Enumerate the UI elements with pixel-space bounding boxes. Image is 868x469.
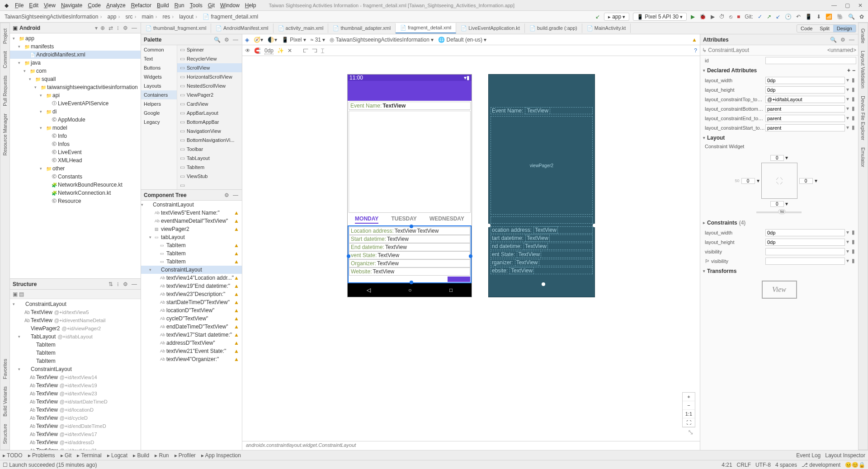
- gutter-build-variants[interactable]: Build Variants: [1, 383, 9, 420]
- menu-code[interactable]: Code: [85, 1, 104, 9]
- tab-tuesday[interactable]: TUESDAY: [392, 216, 417, 224]
- editor-tab[interactable]: 📄 activity_main.xml: [274, 23, 329, 33]
- structure-item[interactable]: ▾ConstraintLayout: [10, 300, 141, 308]
- select-opened-icon[interactable]: ⊕: [99, 25, 106, 31]
- wifi-icon[interactable]: 📶: [824, 13, 834, 21]
- run-config-dropdown[interactable]: ▸ app ▾: [604, 13, 629, 21]
- project-item[interactable]: 📄AndroidManifest.xml: [10, 51, 141, 59]
- locale-label[interactable]: Default (en-us): [447, 37, 482, 43]
- structure-item[interactable]: ViewPager2@+id/viewPager2: [10, 324, 141, 333]
- breadcrumb[interactable]: res: [160, 13, 177, 21]
- bottom-tool-terminal[interactable]: ▸ Terminal: [77, 452, 101, 459]
- component-item[interactable]: AbtextView4"Organizer:"▲: [141, 355, 242, 363]
- attr-value-input[interactable]: [765, 239, 845, 246]
- menu-file[interactable]: File: [12, 1, 26, 9]
- component-item[interactable]: ▾ConstraintLayout: [141, 201, 242, 209]
- breadcrumb[interactable]: src: [123, 13, 139, 21]
- attr-value-input[interactable]: [765, 248, 845, 255]
- project-item[interactable]: ⒸInfos: [10, 140, 141, 148]
- structure-item[interactable]: AbTextView@+id/cycleD: [10, 414, 141, 422]
- project-item[interactable]: 🧩NetworkConnection.kt: [10, 189, 141, 197]
- component-item[interactable]: AbtextView14"Location addr..."▲: [141, 274, 242, 282]
- attr-value-input[interactable]: [765, 258, 845, 265]
- menu-run[interactable]: Run: [172, 1, 187, 9]
- theme-label[interactable]: TaiwanSightseeingActivitiesInformation: [335, 37, 429, 43]
- component-item[interactable]: AbstartDateTimeD"TextView"▲: [141, 298, 242, 306]
- project-item[interactable]: ▾📁other: [10, 164, 141, 173]
- run-button[interactable]: ▶: [689, 13, 697, 21]
- component-item[interactable]: AbtextView23"Description:"▲: [141, 290, 242, 298]
- attr-value-input[interactable]: [765, 105, 845, 113]
- bottom-tool-app-inspection[interactable]: ▸ App Inspection: [201, 452, 241, 459]
- breadcrumb[interactable]: 📄 fragment_detail.xml: [200, 13, 261, 21]
- palette-category[interactable]: Widgets: [141, 72, 177, 81]
- cw-bottom[interactable]: [770, 201, 784, 207]
- component-item[interactable]: AbtextView5"Event Name:"▲: [141, 209, 242, 217]
- design-surface[interactable]: 11:00▾▮ Event Name:TextView MONDAY TUESD…: [242, 56, 700, 441]
- component-item[interactable]: AblocationD"TextView"▲: [141, 306, 242, 314]
- menu-build[interactable]: Build: [154, 1, 172, 9]
- project-tree[interactable]: ▾📁app▾📁manifests📄AndroidManifest.xml▾📁ja…: [10, 33, 141, 278]
- structure-filter-icon[interactable]: ⫶: [116, 281, 120, 287]
- structure-item[interactable]: ▾ConstraintLayout: [10, 365, 141, 373]
- component-item[interactable]: AbtextView17"Start datetime:"▲: [141, 331, 242, 339]
- component-item[interactable]: AbeventNameDetail"TextView"▲: [141, 217, 242, 225]
- structure-tree[interactable]: ▾ConstraintLayoutAbTextView@+id/textView…: [10, 299, 141, 450]
- view-design[interactable]: Design: [833, 25, 856, 32]
- gutter-gradle[interactable]: Gradle: [859, 25, 867, 47]
- magnet-icon[interactable]: 🧲: [254, 47, 261, 54]
- structure-item[interactable]: AbTextView@+id/textView5: [10, 308, 141, 316]
- encoding[interactable]: UTF-8: [755, 462, 771, 468]
- gutter-structure[interactable]: Structure: [1, 420, 9, 448]
- comp-gear-icon[interactable]: ⚙: [223, 192, 230, 198]
- help-icon[interactable]: ?: [694, 47, 697, 54]
- constraints-section-header[interactable]: ▸Constraints (4): [702, 218, 856, 228]
- add-attr-icon[interactable]: +: [847, 67, 850, 74]
- clear-icon[interactable]: ✕: [288, 47, 292, 54]
- structure-item[interactable]: AbTextView@+id/startDateTimeD: [10, 398, 141, 406]
- night-icon[interactable]: 🌓▾: [268, 37, 277, 43]
- sdk-icon[interactable]: ⬇: [815, 13, 823, 21]
- project-item[interactable]: ▾📁app: [10, 34, 141, 42]
- menu-view[interactable]: View: [41, 1, 58, 9]
- close-button[interactable]: ✕: [854, 1, 866, 9]
- cw-top[interactable]: [770, 155, 784, 161]
- structure-item[interactable]: ▾TabLayout@+id/tabLayout: [10, 333, 141, 341]
- breadcrumb[interactable]: layout: [176, 13, 200, 21]
- menu-tools[interactable]: Tools: [187, 1, 205, 9]
- selected-constraint-layout[interactable]: Location address:TextViewTextViewStart d…: [349, 226, 471, 282]
- tab-monday[interactable]: MONDAY: [355, 216, 378, 224]
- structure-item[interactable]: AbTextView@+id/textView14: [10, 373, 141, 381]
- palette-item[interactable]: ▭TabItem: [177, 163, 242, 172]
- attr-gear-icon[interactable]: ⚙: [840, 37, 846, 43]
- line-ending[interactable]: CRLF: [737, 462, 751, 468]
- attr-id-input[interactable]: [765, 57, 856, 64]
- minimize-button[interactable]: —: [828, 1, 840, 9]
- attr-value-input[interactable]: [765, 96, 845, 103]
- component-item[interactable]: AbaddressD"TextView"▲: [141, 339, 242, 347]
- palette-item[interactable]: ▭: [177, 181, 242, 189]
- bottom-tool-logcat[interactable]: ▸ Logcat: [107, 452, 127, 459]
- caret-position[interactable]: 4:21: [722, 462, 732, 468]
- pack-icon[interactable]: ⫎: [312, 47, 317, 54]
- wand-icon[interactable]: ✨: [277, 47, 284, 54]
- structure-item[interactable]: TabItem: [10, 357, 141, 365]
- hide-icon[interactable]: —: [131, 25, 138, 31]
- palette-category[interactable]: Containers: [141, 90, 177, 99]
- palette-item[interactable]: ▭HorizontalScrollView: [177, 72, 242, 81]
- structure-gear-icon[interactable]: ⚙: [122, 281, 129, 287]
- palette-category[interactable]: Helpers: [141, 99, 177, 108]
- menu-edit[interactable]: Edit: [26, 1, 41, 9]
- structure-item[interactable]: AbTextView@+id/textView21: [10, 446, 141, 450]
- menu-navigate[interactable]: Navigate: [58, 1, 85, 9]
- project-item[interactable]: ▾📁com: [10, 67, 141, 75]
- palette-item[interactable]: ▭NestedScrollView: [177, 81, 242, 90]
- palette-item[interactable]: ▭CardView: [177, 99, 242, 108]
- palette-item[interactable]: ▭NavigationView: [177, 127, 242, 136]
- palette-category[interactable]: Common: [141, 45, 177, 54]
- structure-sort-icon[interactable]: ⇅: [108, 281, 114, 287]
- bottom-tool-git[interactable]: ▸ Git: [61, 452, 72, 459]
- project-item[interactable]: ⒸAppModule: [10, 116, 141, 124]
- project-item[interactable]: ▾📁java: [10, 59, 141, 67]
- maximize-button[interactable]: ▢: [841, 1, 854, 9]
